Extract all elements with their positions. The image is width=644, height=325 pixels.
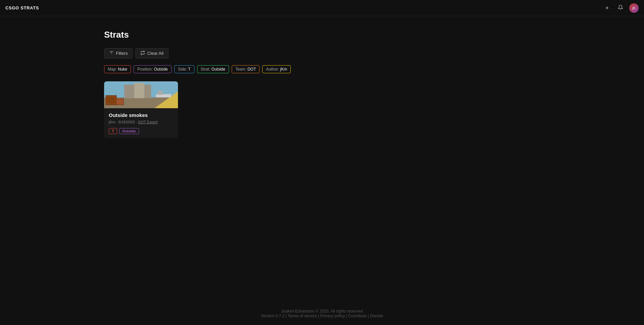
filter-tag-author[interactable]: Author: jKm [262, 65, 291, 73]
strat-date: 6/16/2023 [119, 120, 135, 124]
filter-tag-side[interactable]: Side: T [174, 65, 194, 73]
footer-terms-link[interactable]: Terms of service [288, 314, 317, 318]
svg-rect-8 [107, 97, 115, 103]
clear-all-label: Clear All [147, 51, 163, 56]
position-value: Outside [154, 67, 168, 72]
filters-label: Filters [116, 51, 128, 56]
navbar-actions: + jK [602, 3, 639, 13]
card-tag-position: Outside [119, 128, 139, 134]
team-value: DOT [247, 67, 256, 72]
side-prefix: Side: [178, 67, 188, 72]
footer: Joakim Edvardsen © 2023. All rights rese… [0, 302, 644, 325]
strat-prefix: Strat: [201, 67, 212, 72]
bell-icon [618, 5, 623, 11]
footer-copyright: Joakim Edvardsen © 2023. All rights rese… [7, 309, 637, 314]
footer-version: Version 0.7.2 [261, 314, 284, 318]
strat-card-body: Outside smokes jKm - 6/16/2023 - DOT Esp… [104, 108, 178, 138]
map-prefix: Map: [108, 67, 118, 72]
clear-all-icon [140, 50, 145, 56]
side-value: T [188, 67, 190, 72]
clear-all-button[interactable]: Clear All [135, 48, 168, 58]
footer-donate-link[interactable]: Donate [370, 314, 383, 318]
toolbar: Filters Clear All [104, 48, 169, 58]
map-value: Nuke [118, 67, 127, 72]
strat-card-meta: jKm - 6/16/2023 - DOT Esport [109, 120, 173, 124]
filter-tag-position[interactable]: Position: Outside [134, 65, 172, 73]
strat-value: Outside [212, 67, 225, 72]
plus-icon: + [605, 5, 609, 11]
filter-tag-map[interactable]: Map: Nuke [104, 65, 131, 73]
svg-rect-12 [158, 91, 163, 95]
add-button[interactable]: + [602, 3, 612, 13]
strat-team-link[interactable]: DOT Esport [138, 120, 157, 124]
main-content: Strats Filters Clear All [0, 16, 644, 302]
filter-tag-team[interactable]: Team: DOT [232, 65, 260, 73]
filter-icon [109, 50, 114, 56]
strats-grid: Outside smokes jKm - 6/16/2023 - DOT Esp… [104, 81, 178, 138]
strat-card-tags: T Outside [109, 128, 173, 134]
strat-card[interactable]: Outside smokes jKm - 6/16/2023 - DOT Esp… [104, 81, 178, 138]
notifications-button[interactable] [616, 3, 625, 13]
page-title: Strats [104, 30, 129, 40]
svg-rect-6 [134, 83, 144, 98]
footer-links: Version 0.7.2 | Terms of service | Priva… [7, 314, 637, 318]
footer-contribute-link[interactable]: Contribute [348, 314, 367, 318]
position-prefix: Position: [137, 67, 154, 72]
svg-rect-9 [116, 99, 124, 105]
team-prefix: Team: [235, 67, 247, 72]
filter-tags: Map: Nuke Position: Outside Side: T Stra… [104, 65, 291, 73]
author-value: jKm [280, 67, 287, 72]
card-tag-side: T [109, 128, 117, 134]
brand-logo: CSGO STRATS [5, 5, 39, 10]
avatar[interactable]: jK [629, 3, 639, 13]
strat-card-image [104, 81, 178, 108]
strat-thumbnail [104, 81, 178, 108]
strat-card-title: Outside smokes [109, 112, 173, 118]
navbar: CSGO STRATS + jK [0, 0, 644, 16]
footer-privacy-link[interactable]: Privacy policy [320, 314, 345, 318]
filter-tag-strat[interactable]: Strat: Outside [197, 65, 229, 73]
author-prefix: Author: [266, 67, 280, 72]
strat-author: jKm [109, 120, 115, 124]
strat-date-separator: - [116, 120, 119, 124]
filters-button[interactable]: Filters [104, 48, 133, 58]
